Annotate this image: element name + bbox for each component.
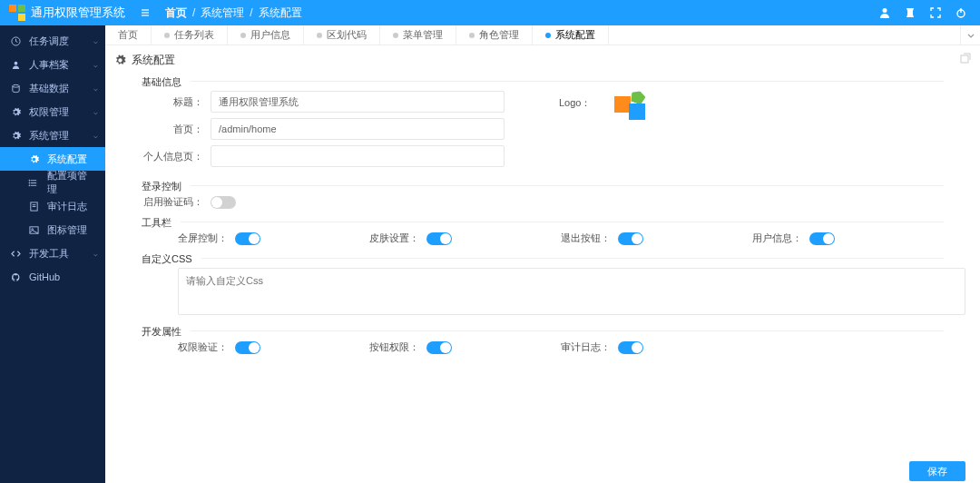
breadcrumb-sep: / [250, 6, 252, 19]
breadcrumb-l1[interactable]: 系统管理 [201, 5, 244, 21]
top-header: 通用权限管理系统 首页 / 系统管理 / 系统配置 [0, 0, 980, 25]
svg-rect-2 [9, 14, 16, 21]
svg-point-7 [883, 8, 887, 13]
sidebar-toggle-button[interactable] [134, 7, 156, 18]
svg-rect-3 [18, 14, 25, 21]
brand-logo-icon [9, 5, 25, 21]
brand-title: 通用权限管理系统 [31, 5, 125, 21]
breadcrumb-home[interactable]: 首页 [165, 5, 187, 21]
header-right-icons [878, 6, 973, 19]
power-icon[interactable] [955, 6, 967, 19]
breadcrumb-l2[interactable]: 系统配置 [259, 5, 302, 21]
breadcrumb: 首页 / 系统管理 / 系统配置 [165, 5, 302, 21]
user-icon[interactable] [878, 6, 891, 19]
breadcrumb-sep: / [192, 6, 195, 19]
svg-rect-0 [9, 5, 16, 12]
theme-icon[interactable] [904, 6, 916, 19]
svg-rect-1 [18, 5, 25, 12]
brand-logo-box: 通用权限管理系统 [0, 5, 134, 21]
fullscreen-icon[interactable] [929, 6, 942, 19]
